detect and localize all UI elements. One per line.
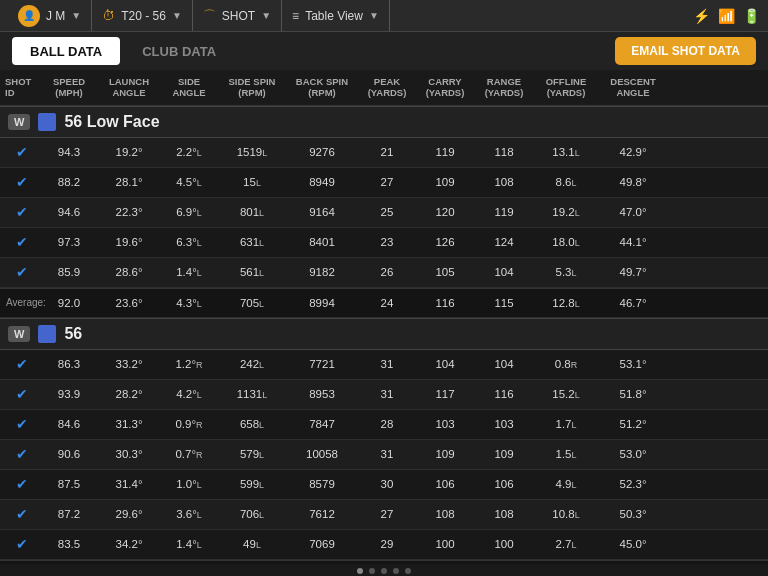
cell-descent: 44.1° <box>598 236 668 248</box>
cell-back-spin: 7612 <box>286 508 358 520</box>
avg-speed: 92.0 <box>40 297 98 309</box>
avg-side-angle: 4.3°L <box>160 297 218 309</box>
col-side-angle: SIDEANGLE <box>160 74 218 101</box>
average-label: Average: <box>4 297 40 308</box>
cell-carry: 106 <box>416 478 474 490</box>
session-label: T20 - 56 <box>121 9 166 23</box>
battery-icon: 🔋 <box>743 8 760 24</box>
cell-range: 118 <box>474 146 534 158</box>
col-speed: SPEED(mph) <box>40 74 98 101</box>
cell-offline: 10.8L <box>534 508 598 520</box>
cell-side-angle: 3.6°L <box>160 508 218 520</box>
col-carry: CARRY(yards) <box>416 74 474 101</box>
cell-launch: 19.2° <box>98 146 160 158</box>
cell-back-spin: 8953 <box>286 388 358 400</box>
table-row[interactable]: ✔ 83.5 34.2° 1.4°L 49L 7069 29 100 100 2… <box>0 530 768 560</box>
cell-side-spin: 579L <box>218 448 286 460</box>
cell-range: 104 <box>474 358 534 370</box>
cell-carry: 104 <box>416 358 474 370</box>
cell-speed: 94.6 <box>40 206 98 218</box>
table-row[interactable]: ✔ 87.5 31.4° 1.0°L 599L 8579 30 106 106 … <box>0 470 768 500</box>
check-icon: ✔ <box>4 416 40 432</box>
email-shot-data-button[interactable]: EMAIL SHOT DATA <box>615 37 756 65</box>
col-side-spin: SIDE SPIN(rpm) <box>218 74 286 101</box>
tab-row: BALL DATA CLUB DATA EMAIL SHOT DATA <box>0 32 768 70</box>
page-dot-0[interactable] <box>357 568 363 574</box>
cell-launch: 28.1° <box>98 176 160 188</box>
cell-offline: 13.1L <box>534 146 598 158</box>
page-dot-4[interactable] <box>405 568 411 574</box>
cell-speed: 84.6 <box>40 418 98 430</box>
cell-range: 108 <box>474 508 534 520</box>
cell-side-angle: 0.9°R <box>160 418 218 430</box>
table-row[interactable]: ✔ 93.9 28.2° 4.2°L 1131L 8953 31 117 116… <box>0 380 768 410</box>
cell-launch: 28.2° <box>98 388 160 400</box>
table-row[interactable]: ✔ 87.2 29.6° 3.6°L 706L 7612 27 108 108 … <box>0 500 768 530</box>
avg-launch: 23.6° <box>98 297 160 309</box>
table-row[interactable]: ✔ 90.6 30.3° 0.7°R 579L 10058 31 109 109… <box>0 440 768 470</box>
check-icon: ✔ <box>4 446 40 462</box>
cell-launch: 28.6° <box>98 266 160 278</box>
view-section[interactable]: ≡ Table View ▼ <box>282 0 390 31</box>
cell-speed: 88.2 <box>40 176 98 188</box>
table-row[interactable]: ✔ 94.6 22.3° 6.9°L 801L 9164 25 120 119 … <box>0 198 768 228</box>
tab-club-data[interactable]: CLUB DATA <box>124 37 234 65</box>
cell-offline: 15.2L <box>534 388 598 400</box>
col-peak: PEAK(yards) <box>358 74 416 101</box>
table-row[interactable]: ✔ 97.3 19.6° 6.3°L 631L 8401 23 126 124 … <box>0 228 768 258</box>
cell-speed: 97.3 <box>40 236 98 248</box>
table-row[interactable]: ✔ 84.6 31.3° 0.9°R 658L 7847 28 103 103 … <box>0 410 768 440</box>
table-row[interactable]: ✔ 86.3 33.2° 1.2°R 242L 7721 31 104 104 … <box>0 350 768 380</box>
page-dot-2[interactable] <box>381 568 387 574</box>
cell-side-angle: 1.0°L <box>160 478 218 490</box>
cell-peak: 26 <box>358 266 416 278</box>
cell-side-spin: 242L <box>218 358 286 370</box>
cell-back-spin: 8949 <box>286 176 358 188</box>
cell-range: 104 <box>474 266 534 278</box>
cell-side-angle: 1.4°L <box>160 538 218 550</box>
cell-carry: 117 <box>416 388 474 400</box>
group-badge: W <box>8 114 30 130</box>
cell-side-spin: 631L <box>218 236 286 248</box>
page-dot-1[interactable] <box>369 568 375 574</box>
tab-ball-data[interactable]: BALL DATA <box>12 37 120 65</box>
cell-side-angle: 6.9°L <box>160 206 218 218</box>
cell-peak: 27 <box>358 508 416 520</box>
page-dot-3[interactable] <box>393 568 399 574</box>
table-row[interactable]: ✔ 88.2 28.1° 4.5°L 15L 8949 27 109 108 8… <box>0 168 768 198</box>
table-row[interactable]: ✔ 94.3 19.2° 2.2°L 1519L 9276 21 119 118… <box>0 138 768 168</box>
avg-descent: 46.7° <box>598 297 668 309</box>
cell-carry: 109 <box>416 176 474 188</box>
page-dots <box>0 564 768 576</box>
cell-offline: 1.5L <box>534 448 598 460</box>
cell-offline: 0.8R <box>534 358 598 370</box>
cell-peak: 30 <box>358 478 416 490</box>
user-section[interactable]: 👤 J M ▼ <box>8 0 92 31</box>
cell-side-angle: 4.5°L <box>160 176 218 188</box>
shot-icon: ⌒ <box>203 7 216 25</box>
cell-side-spin: 49L <box>218 538 286 550</box>
cell-descent: 49.7° <box>598 266 668 278</box>
mode-section[interactable]: ⌒ SHOT ▼ <box>193 0 282 31</box>
cell-side-spin: 561L <box>218 266 286 278</box>
cell-back-spin: 8579 <box>286 478 358 490</box>
cell-speed: 85.9 <box>40 266 98 278</box>
cell-back-spin: 7069 <box>286 538 358 550</box>
group-color-swatch <box>38 325 56 343</box>
check-icon: ✔ <box>4 506 40 522</box>
group-color-swatch <box>38 113 56 131</box>
cell-descent: 52.3° <box>598 478 668 490</box>
session-chevron: ▼ <box>172 10 182 21</box>
session-section[interactable]: ⏱ T20 - 56 ▼ <box>92 0 193 31</box>
cell-peak: 25 <box>358 206 416 218</box>
cell-side-spin: 1131L <box>218 388 286 400</box>
group-badge: W <box>8 326 30 342</box>
table-row[interactable]: ✔ 85.9 28.6° 1.4°L 561L 9182 26 105 104 … <box>0 258 768 288</box>
avg-offline: 12.8L <box>534 297 598 309</box>
cell-back-spin: 7847 <box>286 418 358 430</box>
cell-side-spin: 15L <box>218 176 286 188</box>
table-container: W 56 Low Face ✔ 94.3 19.2° 2.2°L 1519L 9… <box>0 106 768 564</box>
cell-carry: 120 <box>416 206 474 218</box>
cell-speed: 87.5 <box>40 478 98 490</box>
cell-peak: 29 <box>358 538 416 550</box>
